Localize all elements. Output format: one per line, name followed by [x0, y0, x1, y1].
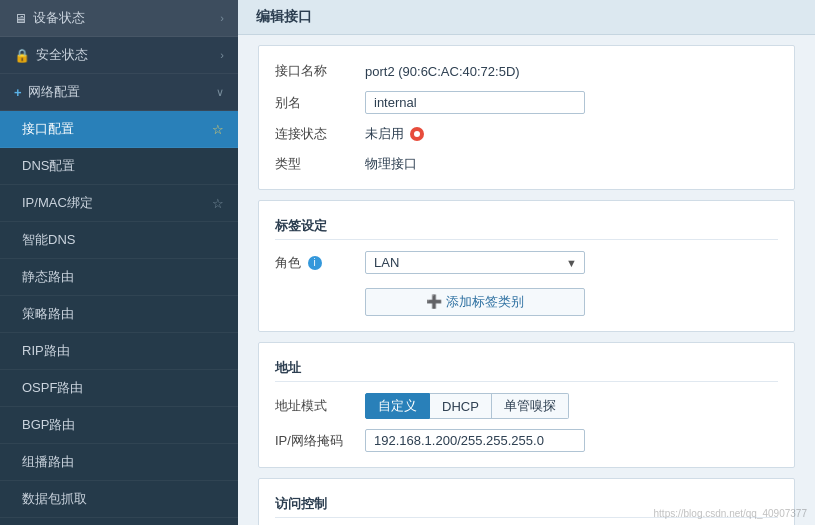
sidebar-item-label-packet-capture: 数据包抓取	[22, 490, 87, 508]
main-panel: 编辑接口 接口名称 port2 (90:6C:AC:40:72:5D) 别名 连…	[238, 0, 815, 525]
interface-name-row: 接口名称 port2 (90:6C:AC:40:72:5D)	[275, 56, 778, 86]
sidebar-item-policy-route[interactable]: 策略路由	[0, 296, 238, 333]
sidebar: 🖥设备状态›🔒安全状态›+网络配置∨接口配置☆DNS配置IP/MAC绑定☆智能D…	[0, 0, 238, 525]
ip-mask-input[interactable]	[365, 429, 585, 452]
sidebar-item-ip-mac-bind[interactable]: IP/MAC绑定☆	[0, 185, 238, 222]
type-label: 类型	[275, 155, 365, 173]
sidebar-label-text: IP/MAC绑定	[22, 194, 93, 212]
address-section-title: 地址	[275, 353, 778, 382]
sidebar-item-sdwan-config[interactable]: SD-WAN配置	[0, 518, 238, 525]
sidebar-item-multicast-route[interactable]: 组播路由	[0, 444, 238, 481]
sidebar-item-label-network-config: +网络配置	[14, 83, 80, 101]
interface-name-label: 接口名称	[275, 62, 365, 80]
sidebar-label-text: 设备状态	[33, 9, 85, 27]
sidebar-item-device-status[interactable]: 🖥设备状态›	[0, 0, 238, 37]
star-icon[interactable]: ☆	[212, 122, 224, 137]
chevron-right-icon: ›	[220, 12, 224, 24]
addr-mode-label: 地址模式	[275, 397, 365, 415]
role-select[interactable]: LANWANDMZUndefined	[365, 251, 585, 274]
sidebar-item-ospf-route[interactable]: OSPF路由	[0, 370, 238, 407]
basic-info-section: 接口名称 port2 (90:6C:AC:40:72:5D) 别名 连接状态 未…	[258, 45, 795, 190]
tag-section-title: 标签设定	[275, 211, 778, 240]
sidebar-label-text: 智能DNS	[22, 231, 75, 249]
sidebar-label-text: 接口配置	[22, 120, 74, 138]
sidebar-label-text: 网络配置	[28, 83, 80, 101]
sidebar-item-smart-dns[interactable]: 智能DNS	[0, 222, 238, 259]
ip-mask-label: IP/网络掩码	[275, 432, 365, 450]
sidebar-label-text: 数据包抓取	[22, 490, 87, 508]
alias-label: 别名	[275, 94, 365, 112]
type-row: 类型 物理接口	[275, 149, 778, 179]
addr-mode-row: 地址模式 自定义DHCP单管嗅探	[275, 388, 778, 424]
sidebar-item-label-static-route: 静态路由	[22, 268, 74, 286]
sidebar-label-text: 组播路由	[22, 453, 74, 471]
connection-status-row: 连接状态 未启用	[275, 119, 778, 149]
sidebar-label-text: 静态路由	[22, 268, 74, 286]
addr-mode-btn-2[interactable]: 单管嗅探	[492, 393, 569, 419]
access-section: 访问控制 IPv4 HTTPSHTTPiPINGSSHSNMP	[258, 478, 795, 525]
sidebar-label-text: OSPF路由	[22, 379, 83, 397]
sidebar-item-static-route[interactable]: 静态路由	[0, 259, 238, 296]
address-section: 地址 地址模式 自定义DHCP单管嗅探 IP/网络掩码	[258, 342, 795, 468]
sidebar-item-rip-route[interactable]: RIP路由	[0, 333, 238, 370]
add-tag-button[interactable]: ➕ 添加标签类别	[365, 288, 585, 316]
sidebar-item-label-security-status: 🔒安全状态	[14, 46, 88, 64]
sidebar-label-text: RIP路由	[22, 342, 70, 360]
device-icon: 🖥	[14, 11, 27, 26]
sidebar-item-label-dns-config: DNS配置	[22, 157, 75, 175]
sidebar-label-text: 策略路由	[22, 305, 74, 323]
sidebar-item-label-smart-dns: 智能DNS	[22, 231, 75, 249]
sidebar-item-label-multicast-route: 组播路由	[22, 453, 74, 471]
connection-status-value: 未启用	[365, 125, 404, 143]
sidebar-item-label-rip-route: RIP路由	[22, 342, 70, 360]
security-icon: 🔒	[14, 48, 30, 63]
sidebar-item-interface-config[interactable]: 接口配置☆	[0, 111, 238, 148]
chevron-right-icon: ›	[220, 49, 224, 61]
connection-status-label: 连接状态	[275, 125, 365, 143]
sidebar-label-text: DNS配置	[22, 157, 75, 175]
sidebar-item-label-policy-route: 策略路由	[22, 305, 74, 323]
star-icon[interactable]: ☆	[212, 196, 224, 211]
ip-mask-row: IP/网络掩码	[275, 424, 778, 457]
sidebar-item-label-bgp-route: BGP路由	[22, 416, 75, 434]
sidebar-item-packet-capture[interactable]: 数据包抓取	[0, 481, 238, 518]
interface-name-value: port2 (90:6C:AC:40:72:5D)	[365, 64, 520, 79]
addr-mode-btn-1[interactable]: DHCP	[430, 393, 492, 419]
add-tag-row: ➕ 添加标签类别	[275, 279, 778, 321]
sidebar-item-label-device-status: 🖥设备状态	[14, 9, 85, 27]
role-row: 角色 i LANWANDMZUndefined ▼	[275, 246, 778, 279]
type-value: 物理接口	[365, 155, 417, 173]
sidebar-item-dns-config[interactable]: DNS配置	[0, 148, 238, 185]
network-icon: +	[14, 85, 22, 100]
tag-section: 标签设定 角色 i LANWANDMZUndefined ▼ ➕ 添加标签类别	[258, 200, 795, 332]
chevron-down-icon: ∨	[216, 86, 224, 99]
sidebar-label-text: 安全状态	[36, 46, 88, 64]
alias-row: 别名	[275, 86, 778, 119]
addr-mode-buttons: 自定义DHCP单管嗅探	[365, 393, 569, 419]
addr-mode-btn-0[interactable]: 自定义	[365, 393, 430, 419]
alias-input[interactable]	[365, 91, 585, 114]
sidebar-item-bgp-route[interactable]: BGP路由	[0, 407, 238, 444]
sidebar-item-network-config[interactable]: +网络配置∨	[0, 74, 238, 111]
role-label: 角色 i	[275, 254, 365, 272]
sidebar-item-label-ospf-route: OSPF路由	[22, 379, 83, 397]
status-dot-icon	[410, 127, 424, 141]
sidebar-label-text: BGP路由	[22, 416, 75, 434]
access-section-title: 访问控制	[275, 489, 778, 518]
page-title: 编辑接口	[238, 0, 815, 35]
main-body: 接口名称 port2 (90:6C:AC:40:72:5D) 别名 连接状态 未…	[238, 35, 815, 525]
role-select-wrapper: LANWANDMZUndefined ▼	[365, 251, 585, 274]
sidebar-item-label-ip-mac-bind: IP/MAC绑定	[22, 194, 93, 212]
sidebar-item-label-interface-config: 接口配置	[22, 120, 74, 138]
role-info-icon[interactable]: i	[308, 256, 322, 270]
sidebar-item-security-status[interactable]: 🔒安全状态›	[0, 37, 238, 74]
